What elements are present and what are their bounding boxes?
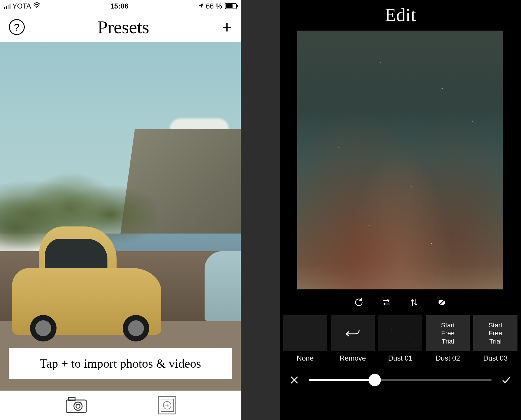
flip-horizontal-icon[interactable] <box>380 296 393 309</box>
page-title: Presets <box>97 17 149 38</box>
clock-label: 15:06 <box>110 2 128 10</box>
slider-thumb[interactable] <box>369 374 381 386</box>
preset-dust-03[interactable]: Start Free Trial Dust 03 <box>473 315 517 362</box>
photo-preview[interactable]: Tap + to import photos & videos <box>0 42 241 391</box>
wifi-icon <box>33 2 41 10</box>
status-bar: YOTA 15:06 66 % <box>0 0 241 12</box>
rotate-icon[interactable] <box>352 296 365 309</box>
carrier-label: YOTA <box>12 2 31 10</box>
svg-point-4 <box>76 404 80 408</box>
preset-none[interactable]: None <box>283 315 327 362</box>
svg-point-3 <box>74 402 82 410</box>
help-button[interactable]: ? <box>9 19 25 35</box>
slider-row <box>280 362 521 395</box>
preset-label: Remove <box>331 351 375 362</box>
battery-icon <box>224 3 237 9</box>
import-button[interactable]: + <box>158 396 176 414</box>
edit-screen: Edit No <box>280 0 521 420</box>
flip-vertical-icon[interactable] <box>408 296 421 309</box>
cancel-button[interactable] <box>288 374 300 386</box>
no-effect-icon[interactable] <box>435 296 448 309</box>
preset-label: Dust 02 <box>426 351 470 362</box>
preset-label: Dust 03 <box>473 351 517 362</box>
intensity-slider[interactable] <box>309 379 492 381</box>
preset-dust-01[interactable]: Dust 01 <box>378 315 422 362</box>
edit-panel-container: Edit No <box>241 0 521 420</box>
battery-label: 66 % <box>206 2 222 10</box>
location-icon <box>198 2 204 10</box>
bottom-bar: + <box>0 391 241 420</box>
add-button[interactable]: + <box>222 19 232 36</box>
signal-icon <box>4 4 11 9</box>
preset-label: None <box>283 351 327 362</box>
preset-row: None Remove Dust 01 Start Free Trial Dus… <box>280 315 521 362</box>
edit-image-preview[interactable] <box>297 31 503 289</box>
presets-screen: YOTA 15:06 66 % ? Presets + <box>0 0 241 420</box>
edit-tools <box>280 289 521 315</box>
camera-button[interactable] <box>64 396 88 415</box>
presets-header: ? Presets + <box>0 12 241 42</box>
edit-title: Edit <box>280 0 521 29</box>
preset-label: Dust 01 <box>378 351 422 362</box>
import-banner: Tap + to import photos & videos <box>9 348 232 379</box>
preset-dust-02[interactable]: Start Free Trial Dust 02 <box>426 315 470 362</box>
svg-point-0 <box>36 7 37 8</box>
confirm-button[interactable] <box>500 374 512 386</box>
svg-rect-2 <box>69 398 75 401</box>
undo-icon <box>344 327 361 339</box>
preset-remove[interactable]: Remove <box>331 315 375 362</box>
